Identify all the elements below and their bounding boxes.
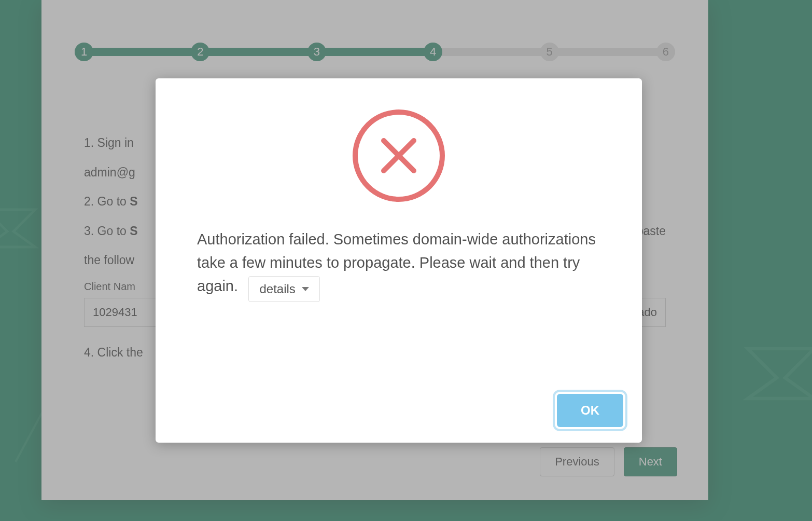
error-circle-icon xyxy=(353,109,445,202)
details-label: details xyxy=(259,282,295,296)
ok-button[interactable]: OK xyxy=(557,394,623,427)
error-modal: Authorization failed. Sometimes domain-w… xyxy=(156,78,642,443)
error-icon xyxy=(197,109,600,202)
modal-actions: OK xyxy=(557,394,623,427)
details-button[interactable]: details xyxy=(248,276,319,302)
x-icon xyxy=(380,137,417,174)
chevron-down-icon xyxy=(302,287,309,291)
modal-message-wrap: Authorization failed. Sometimes domain-w… xyxy=(197,228,600,302)
